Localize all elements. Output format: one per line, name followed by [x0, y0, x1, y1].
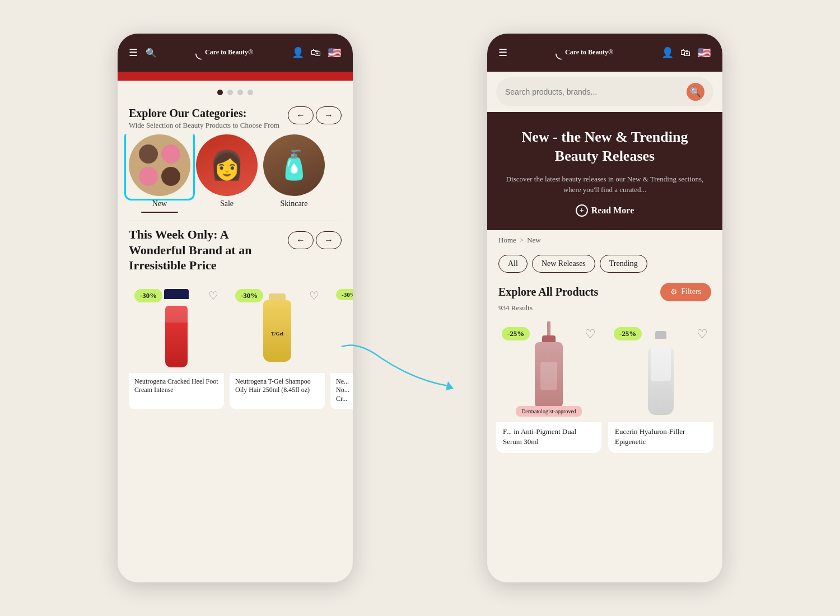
product-name-1: Neutrogena Cracked Heel Foot Cream Inten… [134, 377, 218, 395]
explore-title: Explore All Products [498, 286, 598, 298]
left-products-row: -30% ♡ Neutrogena Cracked Heel Foot Crea… [118, 278, 353, 409]
flag-icon-right[interactable]: 🇺🇸 [697, 46, 711, 59]
left-header: ☰ 🔍 ◟ Care to Beauty® 👤 🛍 🇺🇸 [118, 34, 353, 72]
wishlist-btn-r-1[interactable]: ♡ [585, 327, 596, 342]
dot-2[interactable] [227, 90, 233, 95]
hero-subtitle: Discover the latest beauty releases in o… [501, 174, 709, 195]
left-phone: ☰ 🔍 ◟ Care to Beauty® 👤 🛍 🇺🇸 [118, 34, 353, 582]
filters-label: Filters [681, 287, 701, 296]
connecting-arrow [336, 335, 459, 403]
dot-4[interactable] [248, 90, 253, 95]
categories-subtitle: Wide Selection of Beauty Products to Cho… [129, 121, 288, 130]
menu-icon[interactable]: ☰ [129, 46, 138, 59]
dot-1[interactable] [217, 90, 223, 95]
bottle-label: T/Gel [271, 331, 283, 337]
wishlist-btn-1[interactable]: ♡ [208, 289, 218, 302]
carousel-dots [118, 81, 353, 101]
tab-trending[interactable]: Trending [600, 255, 647, 273]
category-skincare-img: 🧴 [263, 134, 325, 196]
menu-icon-right[interactable]: ☰ [498, 46, 507, 59]
read-more-label: Read More [591, 206, 634, 216]
right-product-grid: -25% ♡ Dermatologist-approved F... in An… [487, 317, 722, 464]
categories-row: New 👩 Sale 🧴 Skincare [118, 134, 353, 221]
category-new-img [129, 134, 190, 196]
right-phone-body: 🔍 New - the New & Trending Beauty Releas… [487, 72, 722, 582]
breadcrumb-home[interactable]: Home [498, 236, 516, 245]
palette-dot-2 [161, 144, 180, 164]
svg-marker-0 [446, 381, 454, 390]
product-card-2[interactable]: -30% ♡ T/Gel Neutrogena T-Gel Shampoo Oi… [230, 283, 325, 409]
categories-title: Explore Our Categories: [129, 106, 288, 120]
eucerin-bottle [648, 348, 674, 415]
tube-body [165, 306, 188, 367]
right-header: ☰ ◟ Care to Beauty® 👤 🛍 🇺🇸 [487, 34, 722, 72]
product-info-1: Neutrogena Cracked Heel Foot Cream Inten… [129, 373, 224, 400]
category-skincare[interactable]: 🧴 Skincare [263, 134, 325, 213]
serum-bottle [535, 342, 563, 409]
left-phone-body: Explore Our Categories: Wide Selection o… [118, 72, 353, 409]
product-card-r-1[interactable]: -25% ♡ Dermatologist-approved F... in An… [496, 321, 601, 453]
category-sale[interactable]: 👩 Sale [196, 134, 258, 213]
breadcrumb-sep: > [520, 236, 524, 245]
categories-next-btn[interactable]: → [316, 106, 342, 124]
palette-dot-4 [161, 167, 180, 186]
wishlist-btn-r-2[interactable]: ♡ [697, 327, 708, 342]
wishlist-btn-2[interactable]: ♡ [309, 289, 319, 302]
palette-dot-1 [139, 144, 158, 164]
account-icon-right[interactable]: 👤 [661, 46, 674, 59]
category-sale-label: Sale [220, 199, 234, 208]
weekly-header: This Week Only: A Wonderful Brand at an … [118, 221, 353, 278]
discount-badge-r-1: -25% [502, 327, 530, 340]
read-more-btn[interactable]: + Read More [576, 204, 634, 217]
discount-badge-2: -30% [235, 289, 263, 302]
product-img-r-2: -25% ♡ [608, 321, 713, 422]
product-card-1[interactable]: -30% ♡ Neutrogena Cracked Heel Foot Crea… [129, 283, 224, 409]
read-more-plus: + [576, 204, 588, 217]
search-input[interactable] [505, 87, 682, 96]
product-card-r-2[interactable]: -25% ♡ Eucerin Hyaluron-Filler Epigeneti… [608, 321, 713, 453]
tab-all[interactable]: All [498, 255, 528, 273]
weekly-title: This Week Only: A Wonderful Brand at an … [129, 227, 288, 273]
filter-tabs: All New Releases Trending [487, 250, 722, 279]
breadcrumb-current: New [527, 236, 541, 245]
flag-icon-left[interactable]: 🇺🇸 [328, 46, 342, 59]
search-icon[interactable]: 🔍 [146, 48, 157, 58]
product-img-3: -30% [330, 283, 353, 373]
categories-header: Explore Our Categories: Wide Selection o… [118, 101, 353, 134]
derm-badge: Dermatologist-approved [516, 406, 582, 417]
product-img-2: -30% ♡ T/Gel [230, 283, 325, 373]
product-info-3: Ne...No...Cr... [330, 373, 353, 409]
brand-name-right: Care to Beauty® [565, 48, 613, 57]
bag-icon-right[interactable]: 🛍 [680, 47, 690, 59]
search-submit-btn[interactable]: 🔍 [687, 83, 704, 101]
dot-3[interactable] [237, 90, 243, 95]
category-new[interactable]: New [129, 134, 190, 213]
account-icon-left[interactable]: 👤 [292, 46, 304, 59]
tube-cap [164, 289, 189, 299]
right-phone: ☰ ◟ Care to Beauty® 👤 🛍 🇺🇸 🔍 [487, 34, 722, 582]
weekly-prev-btn[interactable]: ← [288, 231, 314, 249]
hero-title: New - the New & Trending Beauty Releases [501, 128, 709, 166]
palette-grid [130, 136, 189, 195]
brand-arc-right: ◟ [556, 43, 562, 63]
product-name-r-2: Eucerin Hyaluron-Filler Epigenetic [608, 422, 713, 453]
product-name-r-1: F... in Anti-Pigment Dual Serum 30ml [496, 422, 601, 453]
category-sale-img: 👩 [196, 134, 258, 196]
palette-dot-3 [139, 167, 158, 186]
categories-prev-btn[interactable]: ← [288, 106, 314, 124]
products-section-header: Explore All Products ⚙ Filters [487, 279, 722, 304]
breadcrumb: Home > New [487, 230, 722, 250]
product-img-1: -30% ♡ [129, 283, 224, 373]
brand-name-left: Care to Beauty® [205, 48, 253, 57]
weekly-next-btn[interactable]: → [316, 231, 342, 249]
bag-icon-left[interactable]: 🛍 [311, 47, 321, 59]
product-name-3: Ne...No...Cr... [336, 377, 353, 404]
product-name-2: Neutrogena T-Gel Shampoo Oily Hair 250ml… [235, 377, 319, 395]
filters-icon: ⚙ [670, 287, 678, 297]
product-card-3[interactable]: -30% Ne...No...Cr... [330, 283, 353, 409]
filters-btn[interactable]: ⚙ Filters [660, 283, 711, 301]
tab-new-releases[interactable]: New Releases [532, 255, 595, 273]
results-count: 934 Results [487, 304, 722, 317]
category-new-underline [141, 212, 178, 213]
discount-badge-1: -30% [134, 289, 162, 302]
